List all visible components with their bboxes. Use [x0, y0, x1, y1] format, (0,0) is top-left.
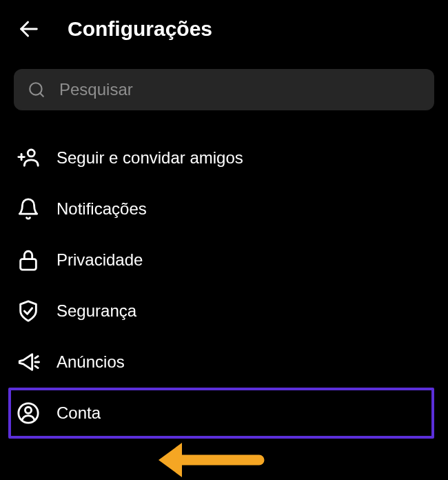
svg-point-3: [28, 150, 34, 157]
menu-item-label: Conta: [57, 403, 101, 423]
menu-item-follow-invite[interactable]: Seguir e convidar amigos: [14, 132, 434, 183]
menu-item-label: Notificações: [57, 199, 147, 219]
annotation-arrow-icon: [156, 436, 266, 480]
bell-icon: [17, 197, 40, 221]
add-person-icon: [17, 146, 40, 170]
back-button[interactable]: [17, 17, 41, 41]
menu-list: Seguir e convidar amigos Notificações Pr…: [0, 132, 448, 439]
shield-icon: [17, 299, 40, 323]
menu-item-label: Segurança: [57, 301, 136, 321]
megaphone-icon: [17, 350, 40, 374]
account-icon: [17, 401, 40, 425]
svg-rect-6: [21, 259, 37, 270]
search-input[interactable]: [59, 80, 420, 99]
menu-item-label: Anúncios: [57, 352, 125, 372]
header: Configurações: [0, 0, 448, 55]
menu-item-label: Privacidade: [57, 250, 143, 270]
menu-item-privacy[interactable]: Privacidade: [14, 234, 434, 286]
menu-item-account[interactable]: Conta: [8, 388, 434, 439]
svg-marker-11: [159, 443, 182, 477]
menu-item-security[interactable]: Segurança: [14, 286, 434, 337]
svg-point-8: [25, 407, 31, 413]
search-icon: [28, 81, 45, 99]
menu-item-label: Seguir e convidar amigos: [57, 148, 243, 168]
lock-icon: [17, 248, 40, 272]
page-title: Configurações: [68, 17, 212, 41]
svg-line-2: [40, 93, 43, 97]
menu-item-ads[interactable]: Anúncios: [14, 337, 434, 388]
search-bar[interactable]: [14, 69, 434, 110]
arrow-left-icon: [17, 17, 41, 41]
menu-item-notifications[interactable]: Notificações: [14, 183, 434, 234]
